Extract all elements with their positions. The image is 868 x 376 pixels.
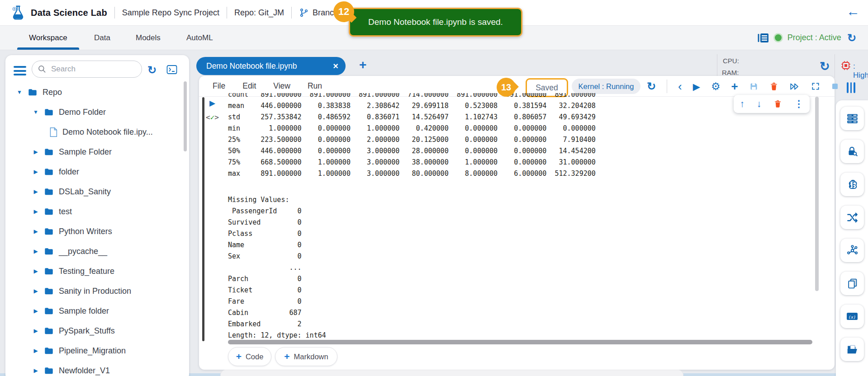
output-row: mean 446.000000 0.383838 2.308642 29.699… (228, 100, 816, 112)
step-back-icon[interactable]: ‹ (678, 80, 682, 92)
tree-item-label: folder (59, 167, 79, 177)
network-graph-icon (846, 244, 859, 257)
rail-button[interactable]: (x) (840, 305, 864, 328)
rail-button[interactable] (840, 173, 864, 196)
tree-item-testing-feature[interactable]: ▶Testing_feature (33, 263, 114, 279)
caret-right-icon[interactable]: ▶ (33, 208, 39, 215)
caret-right-icon[interactable]: ▶ (33, 248, 39, 254)
repo-name[interactable]: Repo: Git_JM (234, 8, 284, 18)
rail-button[interactable] (840, 140, 864, 163)
rail-button[interactable] (840, 206, 864, 229)
tree-refresh-icon[interactable]: ↻ (147, 65, 157, 75)
caret-right-icon[interactable]: ▶ (33, 288, 39, 294)
divider (291, 7, 292, 19)
search-input[interactable] (50, 64, 124, 74)
save-icon[interactable] (749, 82, 759, 91)
move-cell-up-icon[interactable]: ↑ (740, 99, 745, 109)
caret-right-icon[interactable]: ▶ (33, 268, 39, 274)
missing-value-row: Fare 0 (228, 296, 816, 307)
kernel-refresh-icon[interactable]: ↻ (647, 81, 656, 92)
fullscreen-icon[interactable] (811, 82, 820, 91)
back-arrow-icon[interactable]: ← (846, 5, 860, 18)
tree-item-label: Demo Notebook file.ipy... (62, 127, 153, 137)
menu-edit[interactable]: Edit (242, 81, 256, 91)
caret-right-icon[interactable]: ▶ (33, 328, 39, 334)
project-name[interactable]: Sample Repo Sync Project (122, 8, 219, 18)
notebook-tab[interactable]: Demo Notebook file.ipynb × (196, 57, 346, 75)
caret-down-icon[interactable]: ▼ (33, 109, 39, 115)
tree-item-sample-folder[interactable]: ▶Sample Folder (33, 144, 112, 160)
tree-item-pycache[interactable]: ▶__pycache__ (33, 243, 107, 259)
cell-menu-kebab-icon[interactable]: ⋮ (794, 99, 804, 109)
delete-cell-icon[interactable] (773, 99, 782, 108)
tree-item-python-writers[interactable]: ▶Python Writers (33, 223, 112, 240)
panel-toggle-icon[interactable] (166, 65, 177, 75)
kernel-status-badge[interactable]: Kernel : Running (572, 79, 640, 94)
tree-item-sanity-in-production[interactable]: ▶Sanity in Production (33, 283, 131, 299)
menu-view[interactable]: View (273, 81, 290, 91)
menu-hamburger-icon[interactable] (14, 66, 26, 78)
rail-button[interactable] (840, 239, 864, 262)
kernel-settings-icon[interactable]: ⚙ (711, 81, 721, 92)
folder-icon (43, 346, 54, 356)
shuffle-icon (846, 212, 859, 224)
folder-icon (43, 286, 54, 296)
add-markdown-cell-button[interactable]: +Markdown (275, 347, 337, 366)
new-tab-plus-icon[interactable]: + (359, 58, 366, 72)
tree-item-repo[interactable]: ▼Repo (16, 84, 62, 100)
cell-run-icon[interactable]: ▶ (209, 99, 215, 108)
next-cell-preview[interactable] (220, 370, 683, 376)
move-cell-down-icon[interactable]: ↓ (757, 99, 762, 109)
sidebar-scrollbar[interactable] (184, 81, 187, 151)
tree-item-demo-folder[interactable]: ▼Demo Folder (33, 104, 106, 120)
rail-button[interactable] (840, 272, 864, 295)
caret-right-icon[interactable]: ▶ (33, 188, 39, 195)
caret-right-icon[interactable]: ▶ (33, 169, 39, 175)
output-horizontal-scrollbar[interactable] (228, 340, 812, 344)
tree-item-label: test (59, 207, 72, 216)
project-log-icon[interactable] (757, 33, 769, 43)
tree-item-newfolder-v1[interactable]: ▶Newfolder_V1 (33, 362, 110, 376)
close-icon[interactable]: × (333, 61, 338, 71)
tree-item-label: Repo (43, 88, 62, 97)
tree-item-folder[interactable]: ▶folder (33, 164, 79, 180)
search-icon (38, 65, 47, 74)
ml-brain-icon (846, 179, 859, 191)
tree-item-demo-notebook-file-ipy[interactable]: Demo Notebook file.ipy... (49, 124, 153, 140)
rail-button[interactable] (840, 338, 864, 361)
resources-refresh-icon[interactable]: ↻ (820, 61, 830, 73)
menu-run[interactable]: Run (308, 81, 322, 91)
tab-data[interactable]: Data (94, 26, 110, 50)
add-cell-plus-icon[interactable]: + (731, 80, 738, 92)
stop-kernel-icon[interactable] (831, 82, 839, 90)
tab-workspace[interactable]: Workspace (29, 26, 67, 50)
tree-item-pipeline-migration[interactable]: ▶Pipeline_Migration (33, 343, 126, 359)
caret-right-icon[interactable]: ▶ (33, 228, 39, 235)
cpu-chip-icon (840, 60, 851, 71)
missing-value-row: Name 0 (228, 240, 816, 251)
tab-automl[interactable]: AutoML (186, 26, 213, 50)
delete-cell-trash-icon[interactable] (769, 82, 778, 91)
layout-columns-icon[interactable] (847, 82, 855, 93)
kernel-status-label: Kernel : Running (579, 82, 634, 91)
notebook-vertical-scrollbar[interactable] (815, 97, 819, 291)
search-box[interactable] (32, 61, 142, 78)
caret-right-icon[interactable]: ▶ (33, 367, 39, 374)
tree-item-sample-folder[interactable]: ▶Sample folder (33, 303, 109, 319)
refresh-icon[interactable]: ↻ (847, 33, 856, 43)
tree-item-test[interactable]: ▶test (33, 203, 72, 220)
folder-icon (43, 147, 54, 157)
tree-item-dslab-sanity[interactable]: ▶DSLab_Sanity (33, 183, 111, 200)
tab-models[interactable]: Models (136, 26, 161, 50)
caret-right-icon[interactable]: ▶ (33, 308, 39, 314)
caret-down-icon[interactable]: ▼ (16, 89, 23, 95)
run-all-icon[interactable] (789, 82, 800, 91)
tree-item-pyspark-stuffs[interactable]: ▶PySpark_Stuffs (33, 323, 115, 339)
add-code-cell-button[interactable]: +Code (228, 347, 271, 366)
rail-button[interactable] (840, 107, 864, 130)
caret-right-icon[interactable]: ▶ (33, 149, 39, 155)
output-row: min 1.000000 0.000000 1.000000 0.420000 … (228, 123, 816, 134)
caret-right-icon[interactable]: ▶ (33, 348, 39, 354)
run-cell-icon[interactable]: ▶ (693, 82, 700, 91)
menu-file[interactable]: File (213, 81, 225, 91)
